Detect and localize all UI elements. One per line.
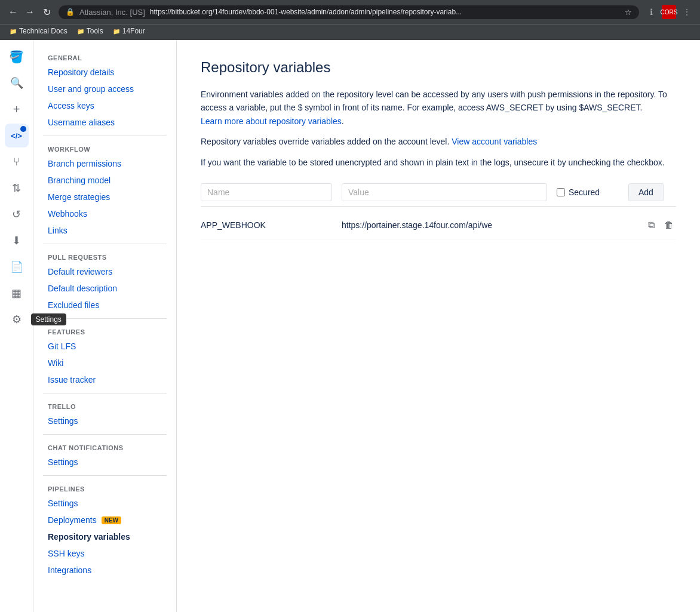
deployments-with-badge: Deployments NEW <box>48 515 162 525</box>
folder-icon: 📁 <box>77 28 84 35</box>
bookmarks-bar: 📁 Technical Docs 📁 Tools 📁 14Four <box>0 24 700 40</box>
address-bar[interactable]: 🔒 Atlassian, Inc. [US] https://bitbucket… <box>59 5 639 19</box>
sidebar-icon-code[interactable]: </> <box>5 124 29 147</box>
sidebar-icon-settings[interactable]: ⚙ Settings <box>5 307 29 331</box>
pr-icon: ⇅ <box>12 182 21 195</box>
nav-link-git-lfs[interactable]: Git LFS <box>33 338 176 355</box>
nav-link-wiki[interactable]: Wiki <box>33 355 176 371</box>
nav-link-default-description[interactable]: Default description <box>33 280 176 297</box>
pipelines-section: PIPELINES Settings Deployments NEW Repos… <box>33 481 176 579</box>
nav-link-deployments[interactable]: Deployments NEW <box>33 512 176 528</box>
nav-buttons: ← → ↻ <box>6 5 54 19</box>
page-title: Repository variables <box>201 59 676 76</box>
sidebar-icon-pipelines[interactable]: ⬇ <box>5 229 29 253</box>
general-section: GENERAL Repository details User and grou… <box>33 50 176 131</box>
view-account-link[interactable]: View account variables <box>452 137 537 146</box>
add-icon: + <box>13 103 20 116</box>
sidebar-icon-search[interactable]: 🔍 <box>5 71 29 95</box>
description-1: Environment variables added on the repos… <box>201 88 676 128</box>
value-input[interactable] <box>342 183 547 201</box>
variable-value: https://portainer.stage.14four.com/api/w… <box>342 220 547 230</box>
features-section: FEATURES Git LFS Wiki Issue tracker <box>33 324 176 388</box>
pipelines-icon: ⬇ <box>12 234 21 247</box>
nav-link-username-aliases[interactable]: Username aliases <box>33 114 176 131</box>
copy-button[interactable]: ⧉ <box>646 217 657 233</box>
sidebar-icon-bucket[interactable]: 🪣 <box>5 45 29 69</box>
chat-section-title: CHAT NOTIFICATIONS <box>33 439 176 454</box>
bookmark-label: Tools <box>87 27 103 35</box>
nav-link-links[interactable]: Links <box>33 222 176 239</box>
nav-link-merge-strategies[interactable]: Merge strategies <box>33 189 176 205</box>
divider-5 <box>43 434 167 435</box>
back-button[interactable]: ← <box>6 5 20 19</box>
secured-checkbox[interactable] <box>557 188 565 196</box>
add-button-col: Add <box>628 183 676 201</box>
settings-icon: ⚙ <box>12 313 22 326</box>
sidebar-icon-pr[interactable]: ⇅ <box>5 176 29 200</box>
search-icon: 🔍 <box>10 76 23 90</box>
folder-icon: 📁 <box>113 28 120 35</box>
sidebar-icon-add[interactable]: + <box>5 97 29 121</box>
nav-link-repository-details[interactable]: Repository details <box>33 64 176 81</box>
nav-link-user-group-access[interactable]: User and group access <box>33 81 176 97</box>
sidebar-icon-docs[interactable]: 📄 <box>5 255 29 279</box>
variable-name: APP_WEBHOOK <box>201 220 332 230</box>
learn-more-link[interactable]: Learn more about repository variables <box>201 116 342 126</box>
docs-icon: 📄 <box>10 260 23 273</box>
general-section-title: GENERAL <box>33 50 176 64</box>
nav-link-integrations[interactable]: Integrations <box>33 562 176 579</box>
forward-button[interactable]: → <box>23 5 37 19</box>
browser-chrome: ← → ↻ 🔒 Atlassian, Inc. [US] https://bit… <box>0 0 700 24</box>
pull-requests-section: PULL REQUESTS Default reviewers Default … <box>33 249 176 313</box>
trello-section: TRELLO Settings <box>33 398 176 429</box>
description-2: Repository variables override variables … <box>201 135 676 148</box>
star-icon[interactable]: ☆ <box>625 8 632 17</box>
nav-link-chat-settings[interactable]: Settings <box>33 454 176 470</box>
lock-icon: 🔒 <box>66 8 75 16</box>
vars-header-row: Secured Add <box>201 183 676 207</box>
nav-link-excluded-files[interactable]: Excluded files <box>33 297 176 313</box>
workflow-section: WORKFLOW Branch permissions Branching mo… <box>33 141 176 239</box>
trello-section-title: TRELLO <box>33 398 176 413</box>
nav-link-branch-permissions[interactable]: Branch permissions <box>33 155 176 172</box>
bookmark-technical-docs[interactable]: 📁 Technical Docs <box>6 26 71 36</box>
sidebar-icon-board[interactable]: ▦ <box>5 281 29 305</box>
nav-link-access-keys[interactable]: Access keys <box>33 97 176 114</box>
bookmark-tools[interactable]: 📁 Tools <box>73 26 107 36</box>
nav-link-trello-settings[interactable]: Settings <box>33 413 176 429</box>
copy-icon: ⧉ <box>648 220 655 230</box>
divider-4 <box>43 393 167 393</box>
add-button[interactable]: Add <box>628 183 664 201</box>
cors-button[interactable]: CORS <box>662 5 676 19</box>
nav-link-branching-model[interactable]: Branching model <box>33 172 176 189</box>
menu-button[interactable]: ⋮ <box>680 5 694 19</box>
nav-link-default-reviewers[interactable]: Default reviewers <box>33 263 176 280</box>
nav-link-webhooks[interactable]: Webhooks <box>33 205 176 222</box>
sidebar-icon-branch[interactable]: ⑂ <box>5 150 29 174</box>
secured-column: Secured <box>557 187 628 197</box>
pipelines-section-title: PIPELINES <box>33 481 176 495</box>
description-3: If you want the variable to be stored un… <box>201 156 676 169</box>
sidebar-icon-deploy[interactable]: ↺ <box>5 202 29 226</box>
table-row: APP_WEBHOOK https://portainer.stage.14fo… <box>201 211 676 239</box>
board-icon: ▦ <box>11 287 22 300</box>
nav-link-pipelines-settings[interactable]: Settings <box>33 495 176 512</box>
delete-button[interactable]: 🗑 <box>662 217 676 233</box>
bookmark-14four[interactable]: 📁 14Four <box>109 26 149 36</box>
nav-link-issue-tracker[interactable]: Issue tracker <box>33 371 176 388</box>
divider-1 <box>43 136 167 136</box>
divider-2 <box>43 244 167 244</box>
nav-link-ssh-keys[interactable]: SSH keys <box>33 545 176 562</box>
nav-link-repository-variables[interactable]: Repository variables <box>33 528 176 545</box>
name-input[interactable] <box>201 183 332 201</box>
nav-sidebar: GENERAL Repository details User and grou… <box>33 40 177 612</box>
variable-actions: ⧉ 🗑 <box>628 217 676 233</box>
refresh-button[interactable]: ↻ <box>39 5 54 19</box>
browser-actions: ℹ CORS ⋮ <box>644 5 694 19</box>
bookmark-label: 14Four <box>122 27 145 35</box>
sidebar-icons: 🪣 🔍 + </> ⑂ ⇅ ↺ ⬇ 📄 ▦ ⚙ <box>0 40 33 612</box>
divider-6 <box>43 475 167 476</box>
address-url: https://bitbucket.org/14fourdev/bbdo-001… <box>150 8 620 16</box>
extensions-button[interactable]: ℹ <box>644 5 658 19</box>
trash-icon: 🗑 <box>664 220 674 230</box>
